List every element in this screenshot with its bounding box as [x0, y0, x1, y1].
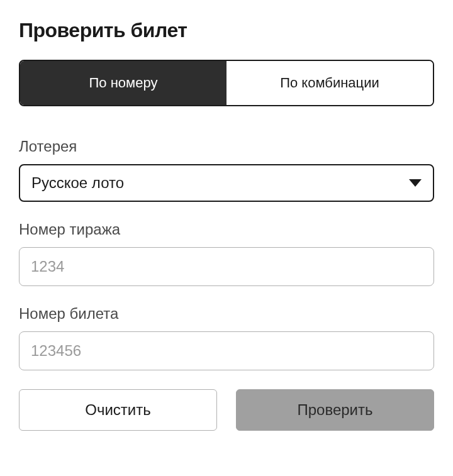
tab-by-number[interactable]: По номеру: [20, 61, 226, 105]
page-title: Проверить билет: [19, 19, 434, 42]
lottery-selected-value: Русское лото: [31, 174, 124, 192]
check-button[interactable]: Проверить: [236, 389, 434, 431]
ticket-number-field-group: Номер билета: [19, 305, 434, 370]
clear-button[interactable]: Очистить: [19, 389, 217, 431]
lottery-select[interactable]: Русское лото: [19, 164, 434, 202]
chevron-down-icon: [409, 179, 422, 187]
buttons-row: Очистить Проверить: [19, 389, 434, 431]
tabs-container: По номеру По комбинации: [19, 60, 434, 106]
ticket-number-label: Номер билета: [19, 305, 434, 323]
draw-number-input[interactable]: [19, 247, 434, 286]
draw-number-field-group: Номер тиража: [19, 221, 434, 286]
tab-by-combination[interactable]: По комбинации: [226, 61, 433, 105]
lottery-field-group: Лотерея Русское лото: [19, 138, 434, 202]
draw-number-label: Номер тиража: [19, 221, 434, 238]
lottery-label: Лотерея: [19, 138, 434, 155]
ticket-number-input[interactable]: [19, 331, 434, 370]
